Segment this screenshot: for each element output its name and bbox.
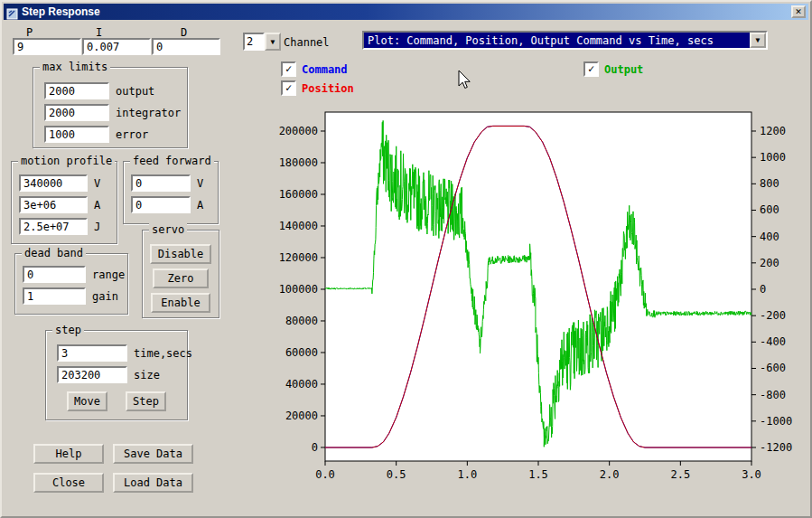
- svg-text:2.0: 2.0: [600, 468, 620, 481]
- feed-forward-group: feed forward V A: [123, 161, 219, 224]
- max-integrator-input[interactable]: [44, 104, 109, 121]
- dead-band-group: dead band range gain: [14, 253, 128, 315]
- i-label: I: [96, 26, 102, 39]
- svg-text:40000: 40000: [285, 378, 318, 391]
- step-title: step: [52, 324, 84, 336]
- svg-text:800: 800: [760, 177, 779, 190]
- deadband-range-input[interactable]: [23, 266, 86, 283]
- svg-text:1.5: 1.5: [528, 468, 548, 481]
- motion-profile-title: motion profile: [18, 155, 115, 167]
- step-response-chart: 0.00.51.01.52.02.53.00200004000060000800…: [259, 103, 801, 492]
- max-limits-group: max limits output integrator error: [33, 67, 188, 148]
- svg-text:20000: 20000: [285, 410, 318, 422]
- svg-text:100000: 100000: [279, 283, 318, 296]
- svg-text:3.0: 3.0: [742, 468, 761, 481]
- servo-disable-button[interactable]: Disable: [150, 244, 211, 264]
- svg-text:0.0: 0.0: [315, 468, 335, 481]
- command-checkbox[interactable]: ✓ Command: [281, 61, 348, 77]
- svg-text:0: 0: [312, 441, 318, 454]
- checkbox-check-icon[interactable]: ✓: [281, 80, 296, 96]
- channel-select[interactable]: 2 ▼: [243, 33, 281, 51]
- ff-accel-label: A: [197, 199, 203, 212]
- checkbox-check-icon[interactable]: ✓: [583, 61, 599, 77]
- svg-text:600: 600: [760, 203, 779, 216]
- step-button[interactable]: Step: [126, 391, 166, 411]
- channel-label: Channel: [284, 36, 330, 49]
- window-title: Step Response: [22, 5, 100, 18]
- deadband-gain-input[interactable]: [23, 287, 86, 305]
- chevron-down-icon[interactable]: ▼: [750, 33, 766, 48]
- deadband-range-label: range: [92, 268, 125, 281]
- i-input[interactable]: [82, 38, 151, 55]
- step-group: step time,secs size Move Step: [45, 330, 188, 420]
- max-limits-title: max limits: [40, 61, 110, 73]
- move-button[interactable]: Move: [67, 391, 107, 411]
- profile-velocity-input[interactable]: [19, 174, 88, 192]
- svg-text:-200: -200: [760, 309, 786, 322]
- step-time-input[interactable]: [57, 344, 127, 362]
- step-response-window: Step Response ✕ P I D max limits output …: [0, 0, 812, 518]
- svg-text:-800: -800: [760, 389, 786, 401]
- servo-zero-button[interactable]: Zero: [153, 268, 209, 288]
- svg-text:1.0: 1.0: [457, 468, 477, 481]
- max-error-label: error: [116, 128, 148, 141]
- svg-text:140000: 140000: [279, 220, 318, 232]
- servo-enable-button[interactable]: Enable: [151, 293, 210, 313]
- chevron-down-icon[interactable]: ▼: [265, 33, 281, 51]
- motion-profile-group: motion profile V A J: [11, 161, 117, 244]
- step-time-label: time,secs: [134, 347, 192, 360]
- close-icon[interactable]: ✕: [791, 5, 806, 18]
- plot-select-value[interactable]: Plot: Command, Position, Output Command …: [364, 33, 750, 48]
- output-checkbox-label: Output: [604, 63, 643, 76]
- max-integrator-label: integrator: [116, 107, 181, 119]
- step-size-input[interactable]: [57, 366, 127, 383]
- max-output-input[interactable]: [44, 82, 109, 99]
- position-checkbox-label: Position: [302, 82, 354, 95]
- svg-text:0.5: 0.5: [387, 468, 406, 481]
- svg-text:180000: 180000: [279, 156, 318, 169]
- ff-velocity-label: V: [197, 177, 203, 190]
- svg-text:0: 0: [760, 283, 766, 296]
- save-data-button[interactable]: Save Data: [113, 444, 193, 464]
- servo-title: servo: [149, 223, 187, 236]
- profile-accel-label: A: [94, 199, 100, 212]
- svg-text:120000: 120000: [279, 251, 318, 264]
- checkbox-check-icon[interactable]: ✓: [281, 61, 296, 77]
- output-checkbox[interactable]: ✓ Output: [583, 61, 643, 77]
- profile-accel-input[interactable]: [19, 196, 88, 213]
- app-icon: [6, 6, 18, 18]
- d-input[interactable]: [152, 38, 220, 55]
- p-input[interactable]: [13, 38, 81, 55]
- plot-select[interactable]: Plot: Command, Position, Output Command …: [362, 31, 768, 50]
- max-error-input[interactable]: [44, 126, 109, 143]
- title-bar[interactable]: Step Response ✕: [4, 4, 808, 20]
- load-data-button[interactable]: Load Data: [113, 473, 193, 493]
- channel-select-value[interactable]: 2: [243, 33, 265, 51]
- svg-text:60000: 60000: [285, 346, 318, 359]
- mouse-cursor: [458, 71, 476, 92]
- svg-text:160000: 160000: [279, 188, 318, 201]
- deadband-gain-label: gain: [92, 290, 118, 303]
- d-label: D: [181, 26, 187, 39]
- svg-text:-600: -600: [760, 362, 786, 374]
- svg-text:2.5: 2.5: [670, 468, 690, 481]
- max-output-label: output: [116, 85, 154, 98]
- ff-velocity-input[interactable]: [131, 174, 191, 192]
- servo-group: servo Disable Zero Enable: [142, 230, 219, 318]
- help-button[interactable]: Help: [33, 444, 104, 464]
- dead-band-title: dead band: [22, 247, 86, 259]
- svg-text:-1000: -1000: [760, 415, 792, 428]
- step-size-label: size: [134, 369, 160, 381]
- svg-text:-400: -400: [760, 335, 786, 348]
- profile-velocity-label: V: [94, 177, 100, 190]
- position-checkbox[interactable]: ✓ Position: [281, 80, 354, 96]
- svg-text:80000: 80000: [285, 315, 318, 327]
- close-button[interactable]: Close: [33, 473, 104, 493]
- svg-text:-1200: -1200: [760, 441, 792, 454]
- profile-jerk-input[interactable]: [19, 218, 88, 235]
- svg-text:200000: 200000: [279, 125, 318, 137]
- ff-accel-input[interactable]: [131, 196, 191, 213]
- feed-forward-title: feed forward: [130, 155, 214, 167]
- svg-text:1200: 1200: [760, 125, 786, 137]
- svg-text:400: 400: [760, 231, 779, 243]
